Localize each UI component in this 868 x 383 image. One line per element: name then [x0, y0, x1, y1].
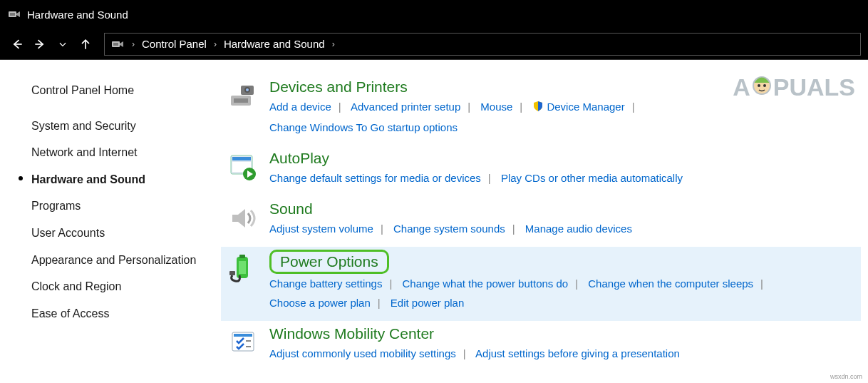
- window-title: Hardware and Sound: [27, 9, 128, 21]
- category-title-devices[interactable]: Devices and Printers: [269, 78, 408, 96]
- power-options-icon: [228, 254, 258, 284]
- svg-rect-16: [229, 271, 235, 275]
- link-battery-settings[interactable]: Change battery settings: [269, 277, 382, 290]
- category-sound: Sound Adjust system volume| Change syste…: [221, 196, 861, 247]
- svg-point-22: [758, 84, 760, 87]
- svg-rect-5: [234, 98, 248, 103]
- link-play-cds[interactable]: Play CDs or other media automatically: [501, 172, 683, 184]
- link-presentation-settings[interactable]: Adjust settings before giving a presenta…: [475, 347, 680, 359]
- watermark: A PUALS: [733, 71, 855, 103]
- svg-rect-3: [113, 43, 118, 46]
- link-edit-plan[interactable]: Edit power plan: [391, 297, 464, 309]
- sidebar-item-user-accounts[interactable]: User Accounts: [31, 220, 200, 247]
- sound-icon: [228, 203, 258, 233]
- category-title-mobility[interactable]: Windows Mobility Center: [269, 325, 434, 342]
- link-add-device[interactable]: Add a device: [269, 101, 331, 113]
- link-system-sounds[interactable]: Change system sounds: [393, 223, 505, 235]
- address-icon: [110, 37, 125, 51]
- devices-printers-icon: [228, 81, 258, 111]
- link-mobility-settings[interactable]: Adjust commonly used mobility settings: [269, 347, 456, 359]
- link-windows-to-go[interactable]: Change Windows To Go startup options: [269, 121, 458, 133]
- svg-point-23: [763, 84, 766, 87]
- category-title-power[interactable]: Power Options: [269, 250, 389, 274]
- mobility-center-icon: [228, 328, 258, 358]
- back-button[interactable]: [7, 34, 27, 54]
- link-computer-sleep[interactable]: Change when the computer sleeps: [588, 277, 753, 290]
- chevron-right-icon[interactable]: ›: [329, 39, 338, 49]
- svg-rect-15: [239, 261, 246, 274]
- watermark-face-icon: [749, 71, 775, 103]
- shield-icon: [532, 98, 544, 118]
- recent-locations-button[interactable]: [53, 34, 73, 54]
- category-autoplay: AutoPlay Change default settings for med…: [221, 145, 861, 196]
- app-icon: [7, 7, 21, 21]
- link-device-manager[interactable]: Device Manager: [547, 101, 624, 113]
- sidebar-item-ease-of-access[interactable]: Ease of Access: [31, 300, 200, 327]
- link-autoplay-defaults[interactable]: Change default settings for media or dev…: [269, 172, 481, 184]
- sidebar-item-network[interactable]: Network and Internet: [31, 139, 200, 166]
- content-area: Control Panel Home System and Security N…: [0, 60, 868, 383]
- title-bar: Hardware and Sound: [0, 0, 868, 29]
- autoplay-icon: [228, 153, 258, 183]
- svg-point-8: [246, 88, 249, 91]
- forward-button[interactable]: [30, 34, 50, 54]
- svg-rect-18: [234, 334, 252, 337]
- link-mouse[interactable]: Mouse: [480, 101, 512, 113]
- breadcrumb-current[interactable]: Hardware and Sound: [224, 38, 325, 50]
- svg-rect-1: [10, 13, 15, 16]
- sidebar-item-home[interactable]: Control Panel Home: [31, 77, 200, 104]
- sidebar-item-clock-region[interactable]: Clock and Region: [31, 273, 200, 300]
- breadcrumb-root[interactable]: Control Panel: [142, 38, 207, 50]
- category-power-options: Power Options Change battery settings| C…: [221, 247, 861, 321]
- sidebar-item-system-security[interactable]: System and Security: [31, 113, 200, 140]
- address-bar[interactable]: › Control Panel › Hardware and Sound ›: [104, 33, 861, 56]
- sidebar-item-hardware-sound[interactable]: Hardware and Sound: [31, 166, 200, 193]
- link-power-buttons[interactable]: Change what the power buttons do: [403, 277, 569, 290]
- nav-bar: › Control Panel › Hardware and Sound ›: [0, 29, 868, 60]
- sidebar: Control Panel Home System and Security N…: [0, 60, 214, 383]
- category-mobility-center: Windows Mobility Center Adjust commonly …: [221, 321, 861, 372]
- main-panel: Devices and Printers Add a device| Advan…: [214, 60, 868, 383]
- sidebar-item-appearance[interactable]: Appearance and Personalization: [31, 247, 200, 274]
- category-title-sound[interactable]: Sound: [269, 200, 313, 218]
- link-advanced-printer[interactable]: Advanced printer setup: [351, 101, 460, 113]
- link-choose-plan[interactable]: Choose a power plan: [269, 297, 371, 309]
- category-title-autoplay[interactable]: AutoPlay: [269, 150, 329, 167]
- up-button[interactable]: [76, 34, 95, 54]
- chevron-right-icon[interactable]: ›: [129, 39, 138, 49]
- svg-rect-14: [239, 255, 245, 258]
- link-system-volume[interactable]: Adjust system volume: [269, 223, 373, 235]
- svg-rect-10: [232, 157, 251, 160]
- sidebar-item-programs[interactable]: Programs: [31, 193, 200, 220]
- chevron-right-icon[interactable]: ›: [211, 39, 219, 49]
- link-audio-devices[interactable]: Manage audio devices: [525, 223, 632, 235]
- credit-text: wsxdn.com: [830, 373, 862, 380]
